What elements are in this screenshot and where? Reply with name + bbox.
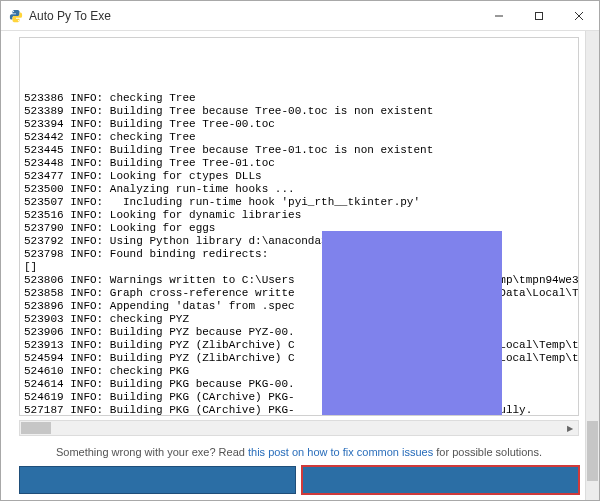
titlebar: Auto Py To Exe bbox=[1, 1, 599, 31]
horizontal-scrollbar[interactable]: ▶ bbox=[19, 420, 579, 436]
footer-suffix: for possible solutions. bbox=[433, 446, 542, 458]
window-controls bbox=[479, 1, 599, 30]
log-line: 523442 INFO: checking Tree bbox=[24, 131, 574, 144]
log-line: 523389 INFO: Building Tree because Tree-… bbox=[24, 105, 574, 118]
log-line: 523394 INFO: Building Tree Tree-00.toc bbox=[24, 118, 574, 131]
log-line: 523448 INFO: Building Tree Tree-01.toc bbox=[24, 157, 574, 170]
build-log: 523386 INFO: checking Tree523389 INFO: B… bbox=[19, 37, 579, 416]
bottom-button-left[interactable] bbox=[19, 466, 296, 494]
log-line: 523445 INFO: Building Tree because Tree-… bbox=[24, 144, 574, 157]
close-button[interactable] bbox=[559, 1, 599, 30]
log-line: 523500 INFO: Analyzing run-time hooks ..… bbox=[24, 183, 574, 196]
content-area: 523386 INFO: checking Tree523389 INFO: B… bbox=[1, 31, 599, 500]
scroll-right-arrow[interactable]: ▶ bbox=[562, 421, 578, 435]
svg-point-0 bbox=[13, 10, 14, 11]
main-panel: 523386 INFO: checking Tree523389 INFO: B… bbox=[1, 31, 585, 500]
app-window: Auto Py To Exe 523386 INFO: checking Tre… bbox=[0, 0, 600, 501]
svg-point-1 bbox=[18, 20, 19, 21]
footer-hint: Something wrong with your exe? Read this… bbox=[19, 442, 579, 462]
footer-link[interactable]: this post on how to fix common issues bbox=[248, 446, 433, 458]
minimize-button[interactable] bbox=[479, 1, 519, 30]
maximize-button[interactable] bbox=[519, 1, 559, 30]
redaction-block bbox=[322, 231, 502, 416]
vertical-scrollbar[interactable] bbox=[585, 31, 599, 500]
log-line: 523507 INFO: Including run-time hook 'py… bbox=[24, 196, 574, 209]
footer-prefix: Something wrong with your exe? Read bbox=[56, 446, 248, 458]
log-line: 523477 INFO: Looking for ctypes DLLs bbox=[24, 170, 574, 183]
svg-rect-3 bbox=[536, 12, 543, 19]
bottom-button-row bbox=[19, 466, 579, 494]
scrollbar-thumb[interactable] bbox=[21, 422, 51, 434]
window-title: Auto Py To Exe bbox=[29, 9, 479, 23]
bottom-button-right[interactable] bbox=[302, 466, 579, 494]
log-line: 523516 INFO: Looking for dynamic librari… bbox=[24, 209, 574, 222]
scrollbar-thumb[interactable] bbox=[587, 421, 598, 481]
log-line: 523386 INFO: checking Tree bbox=[24, 92, 574, 105]
app-icon bbox=[9, 9, 23, 23]
